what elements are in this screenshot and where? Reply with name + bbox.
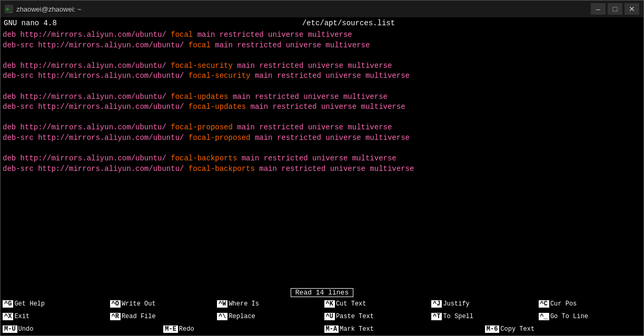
nano-filepath: /etc/apt/sources.list xyxy=(302,19,395,27)
shortcut-key: ^J xyxy=(431,300,442,308)
shortcut-label: Where Is xyxy=(229,300,259,308)
shortcut-item[interactable]: ^_Go To Line xyxy=(537,310,644,323)
editor-line xyxy=(3,144,641,154)
shortcut-label: Justify xyxy=(443,300,469,308)
nano-version: GNU nano 4.8 xyxy=(4,19,57,27)
shortcut-label: Paste Text xyxy=(336,313,374,320)
editor-line: deb-src http://mirrors.aliyun.com/ubuntu… xyxy=(3,71,641,82)
editor-line: deb http://mirrors.aliyun.com/ubuntu/ fo… xyxy=(3,154,641,164)
title-bar-left: >_ zhaowei@zhaowei: ~ xyxy=(5,5,81,13)
shortcut-label: Replace xyxy=(229,313,255,320)
shortcut-bar-row2: ^XExit^RRead File^\Replace^UPaste Text^T… xyxy=(1,310,643,323)
shortcut-key: ^X xyxy=(3,313,13,320)
minimize-button[interactable]: – xyxy=(591,3,606,15)
shortcut-key: M-A xyxy=(324,325,339,333)
shortcut-key: ^C xyxy=(539,300,549,308)
title-bar: >_ zhaowei@zhaowei: ~ – □ ✕ xyxy=(1,1,643,17)
shortcut-item[interactable]: ^WWhere Is xyxy=(215,298,322,310)
shortcut-item[interactable]: ^CCur Pos xyxy=(537,298,644,310)
shortcut-bar-row3: M-UUndoM-ERedoM-AMark TextM-6Copy Text xyxy=(1,323,643,335)
shortcut-label: Go To Line xyxy=(550,313,588,320)
status-message: Read 14 lines xyxy=(291,288,353,297)
shortcut-key: ^O xyxy=(110,300,121,308)
shortcut-key: M-6 xyxy=(485,325,500,333)
shortcut-key: M-E xyxy=(163,325,178,333)
shortcut-key: ^_ xyxy=(539,313,549,320)
terminal-window: >_ zhaowei@zhaowei: ~ – □ ✕ GNU nano 4.8… xyxy=(0,0,644,336)
editor-area[interactable]: deb http://mirrors.aliyun.com/ubuntu/ fo… xyxy=(1,29,643,287)
shortcut-key: ^T xyxy=(431,313,442,320)
shortcut-item[interactable]: M-6Copy Text xyxy=(483,323,643,335)
maximize-button[interactable]: □ xyxy=(608,3,622,15)
editor-line: deb http://mirrors.aliyun.com/ubuntu/ fo… xyxy=(3,92,641,103)
shortcut-label: Cut Text xyxy=(336,300,366,308)
title-bar-controls: – □ ✕ xyxy=(591,3,639,15)
shortcut-key: ^U xyxy=(324,313,335,320)
shortcut-bar-row1: ^GGet Help^OWrite Out^WWhere Is^KCut Tex… xyxy=(1,298,643,310)
editor-line xyxy=(3,113,641,123)
shortcut-item[interactable]: ^\Replace xyxy=(215,310,322,323)
svg-text:>_: >_ xyxy=(6,6,13,13)
editor-line: deb-src http://mirrors.aliyun.com/ubuntu… xyxy=(3,164,641,175)
shortcut-item[interactable]: M-ERedo xyxy=(161,323,322,335)
shortcut-key: M-U xyxy=(3,325,17,333)
shortcut-item[interactable]: ^GGet Help xyxy=(1,298,108,310)
editor-line: deb-src http://mirrors.aliyun.com/ubuntu… xyxy=(3,102,641,113)
shortcut-key: ^\ xyxy=(217,313,227,320)
shortcut-key: ^G xyxy=(3,300,13,308)
shortcut-label: Read File xyxy=(122,313,156,320)
editor-line xyxy=(3,82,641,92)
shortcut-item[interactable]: M-AMark Text xyxy=(322,323,483,335)
shortcut-area: ^GGet Help^OWrite Out^WWhere Is^KCut Tex… xyxy=(1,298,643,335)
shortcut-label: Undo xyxy=(18,325,34,333)
shortcut-item[interactable]: ^JJustify xyxy=(429,298,537,310)
shortcut-key: ^W xyxy=(217,300,227,308)
shortcut-label: Exit xyxy=(14,313,29,320)
shortcut-label: Cur Pos xyxy=(550,300,577,308)
editor-line: deb http://mirrors.aliyun.com/ubuntu/ fo… xyxy=(3,123,641,133)
editor-line: deb-src http://mirrors.aliyun.com/ubuntu… xyxy=(3,40,641,51)
shortcut-label: Copy Text xyxy=(500,325,534,333)
status-bar: Read 14 lines xyxy=(1,287,643,298)
nano-header: GNU nano 4.8 /etc/apt/sources.list xyxy=(1,17,643,29)
shortcut-label: To Spell xyxy=(443,313,473,320)
shortcut-label: Mark Text xyxy=(340,325,374,333)
shortcut-item[interactable]: ^OWrite Out xyxy=(108,298,215,310)
close-button[interactable]: ✕ xyxy=(625,3,639,15)
shortcut-item[interactable]: ^KCut Text xyxy=(322,298,430,310)
window-title: zhaowei@zhaowei: ~ xyxy=(16,5,81,13)
shortcut-label: Write Out xyxy=(122,300,156,308)
shortcut-item[interactable]: ^RRead File xyxy=(108,310,215,323)
editor-line: deb-src http://mirrors.aliyun.com/ubuntu… xyxy=(3,133,641,144)
shortcut-item[interactable]: ^UPaste Text xyxy=(322,310,430,323)
shortcut-label: Get Help xyxy=(14,300,45,308)
shortcut-key: ^R xyxy=(110,313,121,320)
editor-line: deb http://mirrors.aliyun.com/ubuntu/ fo… xyxy=(3,61,641,72)
editor-line: deb http://mirrors.aliyun.com/ubuntu/ fo… xyxy=(3,30,641,40)
shortcut-item[interactable]: M-UUndo xyxy=(1,323,161,335)
editor-line xyxy=(3,50,641,61)
shortcut-key: ^K xyxy=(324,300,335,308)
shortcut-item[interactable]: ^TTo Spell xyxy=(429,310,537,323)
shortcut-label: Redo xyxy=(179,325,194,333)
shortcut-item[interactable]: ^XExit xyxy=(1,310,108,323)
terminal-icon: >_ xyxy=(5,5,13,13)
